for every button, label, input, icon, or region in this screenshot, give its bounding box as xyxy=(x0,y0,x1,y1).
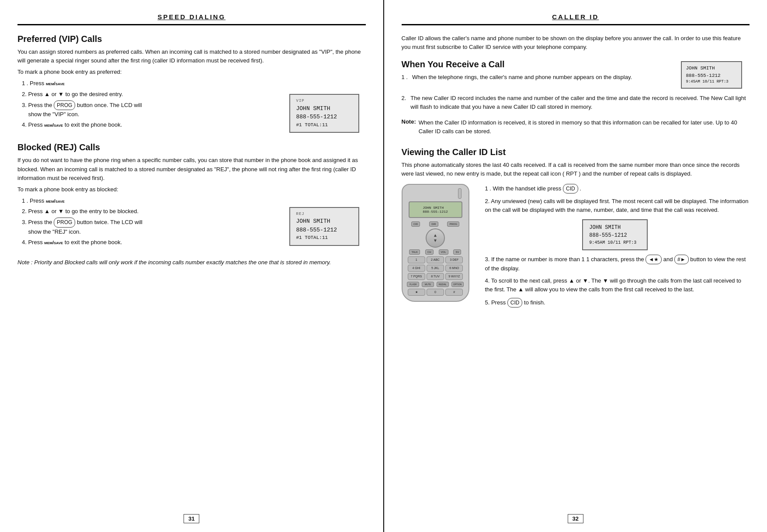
note-label: Note: xyxy=(402,118,416,138)
vip-display-line1: JOHN SMITH xyxy=(296,104,352,113)
vip-section: Preferred (VIP) Calls You can assign sto… xyxy=(17,34,366,135)
receive-display-line2: 888-555-1212 xyxy=(686,72,737,79)
vip-memsave-1: mem/save xyxy=(46,81,65,86)
viewing-display-area: JOHN SMITH 888-555-1212 9:45AM 10/11 RPT… xyxy=(481,219,750,250)
viewing-display-line1: JOHN SMITH xyxy=(589,224,641,231)
vip-display-line3: #1 TOTAL:11 xyxy=(296,121,352,129)
phone-keypad: 1 2 ABC 3 DEF 4 GHI 5 JKL 6 MNO 7 PQRS 8… xyxy=(405,256,466,280)
cid-button-phone: CID xyxy=(411,221,420,227)
right-page-num-box: 32 xyxy=(568,514,583,523)
phone-graphic: JOHN SMITH 888-555-1212 CID DIR PROG xyxy=(402,184,469,302)
vip-step-2: 2. Press ▲ or ▼ to go the desired entry. xyxy=(22,90,281,99)
prog-btn-2: PROG xyxy=(54,218,75,228)
phone-screen-line2: 888-555-1212 xyxy=(423,210,448,214)
viewing-step-4: 4. To scroll to the next call, press ▲ o… xyxy=(485,276,750,294)
receive-display-line1: JOHN SMITH xyxy=(686,65,737,72)
talk-vol-row: TALK CH VOL SV xyxy=(407,249,464,255)
vip-display-line2: 888-555-1212 xyxy=(296,113,352,121)
receive-display-box: JOHN SMITH 888-555-1212 9:45AM 10/11 RPT… xyxy=(681,61,742,89)
phone-bottom-keys: ★ 0 # xyxy=(405,289,466,296)
vip-memsave-2: mem/save xyxy=(44,122,63,128)
phone-screen: JOHN SMITH 888-555-1212 xyxy=(409,201,462,218)
ch-button: CH xyxy=(425,249,434,255)
viewing-intro: This phone automatically stores the last… xyxy=(402,161,750,178)
key-1: 1 xyxy=(408,256,425,263)
rej-section: Blocked (REJ) Calls If you do not want t… xyxy=(17,142,366,250)
hash-btn: #► xyxy=(674,255,689,265)
viewing-steps: 1 . With the handset idle press CID . 2.… xyxy=(481,184,750,311)
redial-btn: REDIAL xyxy=(437,282,449,287)
left-page-num-box: 31 xyxy=(184,514,199,523)
rej-memsave-2: mem/save xyxy=(44,240,63,245)
cid-btn-2: CID xyxy=(507,298,523,308)
key-5: 5 JKL xyxy=(427,265,444,272)
callerid-intro: Caller ID allows the caller's name and p… xyxy=(402,34,750,52)
rej-intro: If you do not want to have the phone rin… xyxy=(17,156,366,182)
sv-button: SV xyxy=(453,249,461,255)
viewing-display-box: JOHN SMITH 888-555-1212 9:45AM 10/11 RPT… xyxy=(582,219,648,250)
right-page: CALLER ID Caller ID allows the caller's … xyxy=(384,0,767,532)
viewing-steps-list: 1 . With the handset idle press CID . 2.… xyxy=(485,184,750,215)
step1-num: 1 . xyxy=(402,74,408,80)
rej-display-box: REJ JOHN SMITH 888-555-1212 #1 TOTAL:11 xyxy=(289,207,359,246)
vip-title: Preferred (VIP) Calls xyxy=(17,34,366,44)
phone-nav: ▲▼ xyxy=(405,228,466,248)
left-note-text: Note : Priority and Blocked calls will o… xyxy=(17,259,331,266)
dir-button: DIR xyxy=(429,221,438,227)
key-8: 8 TUV xyxy=(427,273,444,280)
step1-text: When the telephone rings, the caller's n… xyxy=(412,73,632,82)
left-page: SPEED DIALING Preferred (VIP) Calls You … xyxy=(0,0,384,532)
receive-display-line3: 9:45AM 10/11 RPT:3 xyxy=(686,79,737,85)
vip-mark-heading: To mark a phone book entry as preferred: xyxy=(17,68,366,76)
vip-step-4: 4. Press mem/save to exit the phone book… xyxy=(22,121,281,129)
phone-extra-btns: FLASH MUTE REDIAL OPTION xyxy=(406,282,465,287)
key-9: 9 WXYZ xyxy=(445,273,463,280)
rej-display-rej: REJ xyxy=(296,211,352,218)
key-hash: # xyxy=(445,289,463,296)
key-2: 2 ABC xyxy=(427,256,444,263)
prog-button: PROG xyxy=(447,221,459,227)
rej-steps-list: 1 . Press mem/save 2. Press ▲ or ▼ to go… xyxy=(22,197,281,247)
right-page-number: 32 xyxy=(384,514,767,523)
key-6: 6 MNO xyxy=(445,265,463,272)
receive-note: Note: When the Caller ID information is … xyxy=(402,118,750,138)
mute-btn: MUTE xyxy=(422,282,434,287)
rej-display-line2: 888-555-1212 xyxy=(296,226,352,235)
left-page-number: 31 xyxy=(0,514,383,523)
rej-step-3: 3. Press the PROG button twice. The LCD … xyxy=(22,218,281,236)
when-receive-title: When You Receive a Call xyxy=(402,59,666,69)
vip-steps-list: 1 . Press mem/save 2. Press ▲ or ▼ to go… xyxy=(22,79,281,129)
flash-btn: FLASH xyxy=(407,282,419,287)
nav-circle: ▲▼ xyxy=(426,228,445,248)
viewing-step-1: 1 . With the handset idle press CID . xyxy=(485,184,750,194)
rej-step-1: 1 . Press mem/save xyxy=(22,197,281,205)
left-note: Note : Priority and Blocked calls will o… xyxy=(17,258,366,267)
key-star: ★ xyxy=(408,289,425,296)
vip-display-box: VIP JOHN SMITH 888-555-1212 #1 TOTAL:11 xyxy=(289,94,359,133)
when-receive-section: When You Receive a Call 1 . When the tel… xyxy=(402,59,750,138)
vip-display-vip: VIP xyxy=(296,98,352,104)
right-header: CALLER ID xyxy=(402,13,750,25)
viewing-display-line2: 888-555-1212 xyxy=(589,231,641,239)
viewing-step-5: 5. Press CID to finish. xyxy=(485,298,750,308)
nav-arrows: ▲▼ xyxy=(433,233,437,243)
phone-screen-line1: JOHN SMITH xyxy=(423,206,448,210)
viewing-section: Viewing the Caller ID List This phone au… xyxy=(402,147,750,311)
when-receive-layout: When You Receive a Call 1 . When the tel… xyxy=(402,59,750,90)
rej-step-4: 4. Press mem/save to exit the phone book… xyxy=(22,238,281,247)
option-btn: OPTION xyxy=(451,282,464,287)
rej-display-line3: #1 TOTAL:11 xyxy=(296,234,352,242)
vip-intro: You can assign stored numbers as preferr… xyxy=(17,48,366,65)
viewing-display-line3: 9:45AM 10/11 RPT:3 xyxy=(589,239,641,246)
step2-num: 2. xyxy=(402,95,406,101)
vip-step-3: 3. Press the PROG button once. The LCD w… xyxy=(22,100,281,119)
key-7: 7 PQRS xyxy=(408,273,425,280)
key-3: 3 DEF xyxy=(445,256,463,263)
viewing-step-2: 2. Any unviewed (new) calls will be disp… xyxy=(485,197,750,214)
rej-title: Blocked (REJ) Calls xyxy=(17,142,366,152)
rej-memsave-1: mem/save xyxy=(46,198,65,204)
phone-graphic-column: JOHN SMITH 888-555-1212 CID DIR PROG xyxy=(402,184,474,311)
rej-step-2: 2. Press ▲ or ▼ to go the entry to be bl… xyxy=(22,207,281,216)
left-header: SPEED DIALING xyxy=(17,13,366,25)
viewing-steps-list-2: 3. If the name or number is more than 1 … xyxy=(485,255,750,308)
